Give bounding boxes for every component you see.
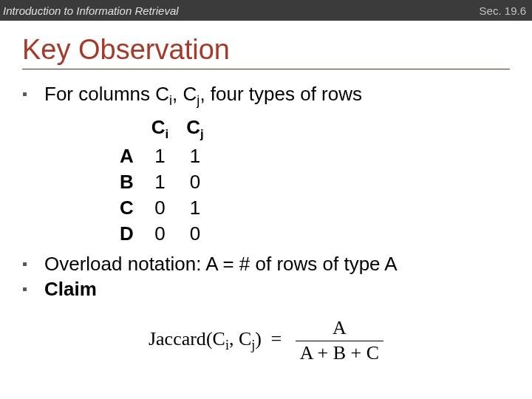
col-header-ci: Ci — [143, 115, 177, 143]
cell: 0 — [177, 169, 212, 195]
denominator: A + B + C — [296, 341, 383, 364]
col-header-cj: Cj — [177, 115, 212, 143]
section-label: Sec. 19.6 — [480, 4, 526, 17]
equals-sign: = — [271, 328, 282, 349]
bullet-2-text: Overload notation: A = # of rows of type… — [44, 251, 510, 276]
cell: 1 — [177, 143, 212, 169]
row-label: B — [111, 169, 143, 195]
b1-mid: , C — [172, 83, 197, 105]
cell: 1 — [143, 169, 177, 195]
row-label: D — [111, 221, 143, 247]
fn-name: Jaccard — [149, 328, 206, 349]
cell: 0 — [143, 195, 177, 221]
bullet-marker: ▪ — [22, 276, 44, 301]
table-header-row: Ci Cj — [111, 115, 213, 143]
jaccard-formula: Jaccard(Ci, Cj) = A A + B + C — [22, 318, 510, 364]
row-label: A — [111, 143, 143, 169]
numerator: A — [296, 318, 383, 341]
bullet-2: ▪ Overload notation: A = # of rows of ty… — [22, 251, 510, 276]
slide-header: Introduction to Information Retrieval Se… — [0, 0, 532, 21]
bullet-marker: ▪ — [22, 81, 44, 106]
formula-lhs: Jaccard(Ci, Cj) — [149, 328, 267, 349]
bullet-1: ▪ For columns Ci, Cj, four types of rows — [22, 81, 510, 113]
b1-suffix: , four types of rows — [200, 83, 362, 105]
bullet-3: ▪ Claim — [22, 276, 510, 301]
bullet-3-text: Claim — [44, 276, 510, 301]
slide-body: ▪ For columns Ci, Cj, four types of rows… — [22, 81, 510, 364]
bullet-1-text: For columns Ci, Cj, four types of rows — [44, 81, 510, 113]
type-table: Ci Cj A 1 1 B 1 0 C 0 1 D 0 0 — [111, 115, 213, 247]
bullet-marker: ▪ — [22, 251, 44, 276]
cell: 0 — [177, 221, 212, 247]
table-row: B 1 0 — [111, 169, 213, 195]
fraction: A A + B + C — [296, 318, 383, 364]
cell: 1 — [143, 143, 177, 169]
course-title: Introduction to Information Retrieval — [3, 4, 179, 17]
b1-prefix: For columns C — [44, 83, 169, 105]
cell: 0 — [143, 221, 177, 247]
table-row: D 0 0 — [111, 221, 213, 247]
row-label: C — [111, 195, 143, 221]
row-type-table: Ci Cj A 1 1 B 1 0 C 0 1 D 0 0 — [111, 115, 510, 247]
table-row: A 1 1 — [111, 143, 213, 169]
table-row: C 0 1 — [111, 195, 213, 221]
slide-title: Key Observation — [22, 34, 510, 69]
cell: 1 — [177, 195, 212, 221]
